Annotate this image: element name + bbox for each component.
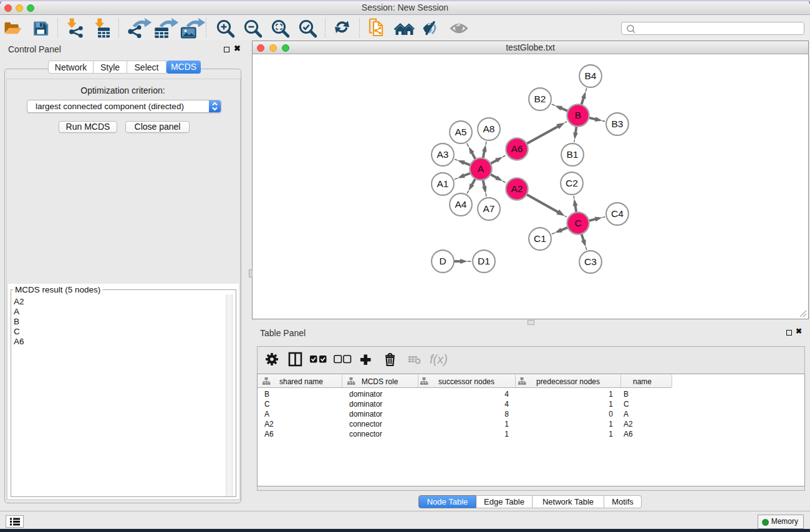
svg-text:D: D — [439, 256, 446, 266]
svg-text:A: A — [478, 163, 485, 174]
svg-text:A4: A4 — [455, 199, 467, 210]
svg-text:successor nodes: successor nodes — [438, 377, 494, 386]
svg-text:A2: A2 — [511, 183, 523, 194]
svg-text:C3: C3 — [584, 256, 597, 267]
svg-text:C1: C1 — [534, 233, 546, 244]
svg-text:MCDS role: MCDS role — [362, 377, 398, 386]
svg-text:B1: B1 — [567, 149, 579, 160]
svg-text:A7: A7 — [483, 203, 495, 214]
svg-text:A3: A3 — [437, 149, 449, 160]
svg-text:B3: B3 — [612, 118, 624, 129]
svg-text:C4: C4 — [611, 208, 624, 219]
svg-text:C2: C2 — [566, 178, 578, 188]
svg-text:f(x): f(x) — [430, 352, 448, 366]
svg-text:name: name — [633, 377, 652, 386]
svg-text:A8: A8 — [483, 123, 495, 134]
svg-text:B2: B2 — [534, 94, 546, 104]
svg-text:B4: B4 — [585, 70, 597, 81]
svg-text:A5: A5 — [455, 127, 467, 137]
svg-text:B: B — [575, 110, 581, 120]
svg-text:predecessor nodes: predecessor nodes — [536, 377, 600, 386]
svg-text:shared name: shared name — [279, 377, 323, 386]
svg-text:D1: D1 — [478, 256, 490, 266]
svg-text:A6: A6 — [511, 143, 523, 154]
svg-text:C: C — [574, 218, 581, 228]
svg-text:A1: A1 — [437, 178, 449, 189]
